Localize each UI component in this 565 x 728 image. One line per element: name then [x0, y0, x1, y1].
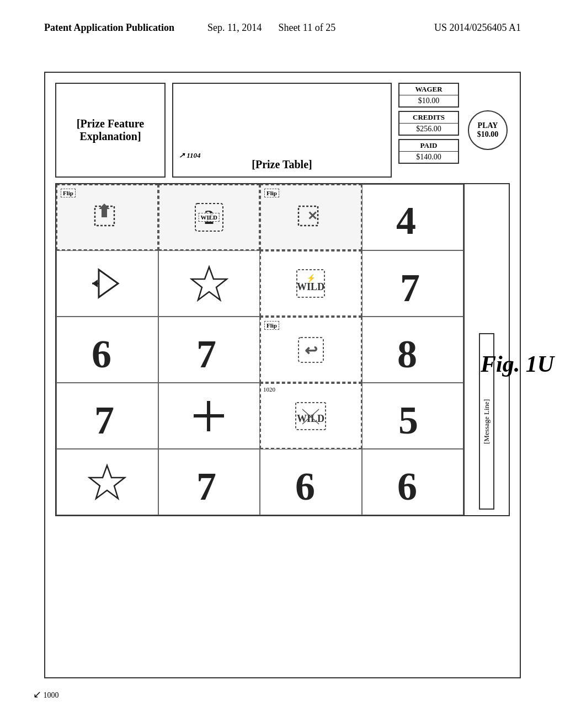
flip-label-r3c3: Flip — [264, 321, 279, 330]
svg-text:WILD: WILD — [297, 281, 324, 292]
svg-text:✕: ✕ — [307, 209, 317, 223]
grid-cell-r3c2: 7 — [158, 317, 260, 383]
grid-cell-r2c3: WILD ⚡ — [260, 250, 362, 317]
svg-text:4: 4 — [396, 199, 416, 239]
wager-credits-paid: WAGER $10.00 CREDITS $256.00 PAID $140.0… — [398, 83, 459, 178]
grid-main: Flip WILD 2 Flip — [56, 184, 465, 515]
wild-label-r1c2: WILD — [198, 213, 220, 222]
grid-cell-r5c3: 6 — [260, 449, 362, 515]
header-sheet: Sheet 11 of 25 — [278, 22, 335, 34]
svg-text:7: 7 — [400, 266, 420, 306]
prize-feature-box: [Prize FeatureExplanation] — [55, 83, 166, 178]
header-patent: US 2014/0256405 A1 — [434, 22, 521, 34]
grid-cell-r1c1: Flip — [56, 184, 158, 250]
prize-feature-text: [Prize FeatureExplanation] — [77, 117, 144, 143]
grid-cell-r4c1: 7 — [56, 383, 158, 449]
cell-content-r5c1 — [57, 449, 158, 515]
prize-table-box: ↗ 1104 [Prize Table] — [172, 83, 392, 178]
grid-cell-r4c4: 5 — [362, 383, 464, 449]
cell-content-r4c2 — [159, 383, 260, 448]
svg-marker-28 — [89, 465, 125, 499]
svg-text:8: 8 — [397, 332, 417, 372]
grid-cell-r2c1 — [56, 250, 158, 317]
svg-marker-7 — [99, 270, 118, 297]
grid-sidebar: [Message Line] — [465, 184, 509, 515]
grid-cell-r5c1 — [56, 449, 158, 515]
grid-cell-r4c2 — [158, 383, 260, 449]
cell-content-r5c2: 7 — [159, 449, 260, 515]
svg-marker-9 — [92, 280, 98, 287]
cell-content-r3c1: 6 — [57, 317, 158, 382]
svg-text:6: 6 — [92, 332, 111, 372]
svg-text:WILD: WILD — [297, 413, 324, 424]
grid-cell-r1c2: WILD 2 — [158, 184, 260, 250]
fig-label: Fig. 1U — [481, 351, 554, 377]
cell-content-r2c1 — [57, 251, 158, 316]
wager-row: WAGER $10.00 — [398, 83, 459, 108]
paid-row: PAID $140.00 — [398, 139, 459, 164]
svg-marker-10 — [191, 267, 227, 300]
grid-cell-r2c4: 7 — [362, 250, 464, 317]
header-date: Sep. 11, 2014 — [207, 22, 262, 34]
paid-label: PAID — [399, 140, 458, 152]
prize-table-ref: ↗ 1104 — [179, 151, 201, 160]
flip-label-r1c1: Flip — [61, 189, 76, 197]
svg-text:7: 7 — [94, 398, 114, 438]
grid-cell-r3c1: 6 — [56, 317, 158, 383]
play-button-area: PLAY$10.00 — [466, 83, 510, 178]
credits-value: $256.00 — [399, 124, 458, 135]
svg-text:↩: ↩ — [304, 342, 317, 359]
credits-label: CREDITS — [399, 112, 458, 124]
paid-value: $140.00 — [399, 152, 458, 163]
cell-content-r3c4: 8 — [363, 317, 463, 382]
grid-cell-r5c4: 6 — [362, 449, 464, 515]
svg-text:⚡: ⚡ — [306, 274, 316, 283]
cell-content-r2c2 — [159, 251, 260, 316]
play-button[interactable]: PLAY$10.00 — [468, 110, 508, 150]
svg-text:6: 6 — [295, 464, 315, 504]
outer-box: [Prize FeatureExplanation] ↗ 1104 [Prize… — [44, 72, 521, 678]
cell-content-r5c4: 6 — [363, 449, 463, 515]
cell-content-r4c1: 7 — [57, 383, 158, 448]
wager-label: WAGER — [399, 84, 458, 95]
ref-1000: ↙ 1000 — [33, 688, 59, 700]
cell-content-r3c2: 7 — [159, 317, 260, 382]
svg-text:5: 5 — [398, 398, 418, 438]
grid-cell-r1c4: 4 — [362, 184, 464, 250]
grid-cell-r4c3: 1020 WILD — [260, 383, 362, 449]
credits-row: CREDITS $256.00 — [398, 111, 459, 136]
header-title: Patent Application Publication — [44, 22, 174, 34]
grid-cell-r1c3: Flip ✕ — [260, 184, 362, 250]
top-panel: [Prize FeatureExplanation] ↗ 1104 [Prize… — [45, 73, 520, 183]
cell-content-r2c3: WILD ⚡ — [261, 251, 361, 315]
page-header: Patent Application Publication Sep. 11, … — [0, 22, 565, 34]
grid-cell-r2c2 — [158, 250, 260, 317]
svg-text:7: 7 — [196, 332, 216, 372]
prize-table-text: [Prize Table] — [252, 158, 312, 171]
ref-arrow: ↙ — [33, 689, 41, 700]
cell-content-r4c4: 5 — [363, 383, 463, 448]
grid-outer: Flip WILD 2 Flip — [55, 183, 510, 516]
flip-label-r1c3: Flip — [264, 189, 279, 197]
svg-text:6: 6 — [397, 464, 417, 504]
ref-1020: 1020 — [263, 386, 275, 393]
grid-cell-r3c4: 8 — [362, 317, 464, 383]
cell-content-r4c3: WILD — [261, 384, 361, 448]
cell-content-r5c3: 6 — [260, 449, 361, 515]
wager-value: $10.00 — [399, 95, 458, 106]
grid-cell-r5c2: 7 — [158, 449, 260, 515]
svg-text:7: 7 — [196, 464, 216, 504]
cell-content-r2c4: 7 — [363, 251, 463, 316]
cell-content-r1c4: 4 — [363, 185, 463, 250]
grid-cell-r3c3: Flip ↩ — [260, 317, 362, 383]
